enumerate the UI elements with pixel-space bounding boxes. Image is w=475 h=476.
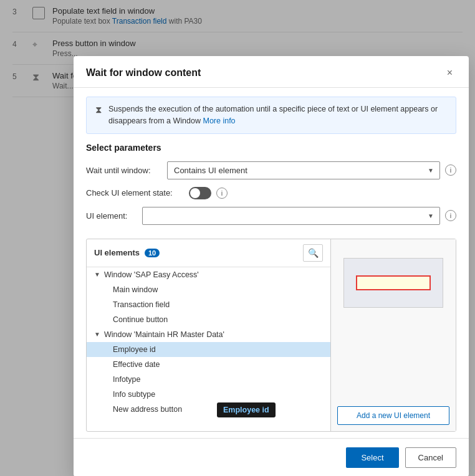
check-state-label: Check UI element state:: [86, 188, 183, 198]
tree-item-transaction-field[interactable]: Transaction field: [87, 297, 330, 312]
tree-item-continue-button[interactable]: Continue button: [87, 312, 330, 327]
search-button[interactable]: 🔍: [303, 244, 323, 262]
tree-header: UI elements 10 🔍: [87, 239, 330, 267]
tree-panel: UI elements 10 🔍 ▼ Window 'SAP Easy Acce…: [87, 239, 331, 431]
tree-content: ▼ Window 'SAP Easy Access' Main window T…: [87, 267, 330, 431]
close-button[interactable]: ×: [443, 66, 456, 80]
ui-elements-label: UI elements: [94, 248, 140, 257]
modal-dialog: Wait for window content × ⧗ Suspends the…: [74, 56, 469, 476]
params-section: Select parameters Wait until window: Con…: [74, 143, 469, 232]
more-info-link[interactable]: More info: [203, 117, 235, 125]
check-state-row: Check UI element state: i: [86, 187, 456, 199]
ui-element-row: UI element: ▼ i: [86, 207, 456, 225]
preview-image: [343, 258, 443, 308]
tree-item-employee-id[interactable]: Employee id: [87, 342, 330, 357]
tree-item-main-window[interactable]: Main window: [87, 282, 330, 297]
check-state-toggle[interactable]: [189, 187, 211, 199]
modal-title: Wait for window content: [86, 67, 201, 79]
wait-until-control: Contains UI element Does not contain UI …: [167, 161, 456, 179]
tree-item-infotype[interactable]: Infotype: [87, 372, 330, 387]
preview-field: [356, 275, 431, 290]
search-icon: 🔍: [308, 248, 319, 258]
ui-element-dropdown-wrapper[interactable]: ▼: [142, 207, 440, 225]
tree-item-new-address-button[interactable]: New address button: [87, 402, 330, 417]
wait-until-info-icon[interactable]: i: [445, 164, 456, 176]
tree-group-maintain-hr-label: Window 'Maintain HR Master Data': [104, 330, 224, 339]
tree-group-maintain-hr-header[interactable]: ▼ Window 'Maintain HR Master Data': [87, 327, 330, 342]
ui-element-info-icon[interactable]: i: [445, 210, 456, 221]
tree-group-sap-easy-access-header[interactable]: ▼ Window 'SAP Easy Access': [87, 267, 330, 282]
info-banner-text: Suspends the execution of the automation…: [108, 103, 447, 127]
ui-element-dropdown[interactable]: [142, 207, 440, 225]
wait-until-row: Wait until window: Contains UI element D…: [86, 161, 456, 179]
cancel-button[interactable]: Cancel: [405, 447, 456, 468]
tree-expand-icon: ▼: [94, 271, 100, 278]
check-state-info-icon[interactable]: i: [216, 188, 228, 199]
tree-group-sap-easy-access: ▼ Window 'SAP Easy Access' Main window T…: [87, 267, 330, 327]
wait-until-label: Wait until window:: [86, 166, 161, 175]
hourglass-icon: ⧗: [95, 104, 102, 115]
modal-header: Wait for window content ×: [74, 56, 469, 88]
wait-until-dropdown-wrapper[interactable]: Contains UI element Does not contain UI …: [167, 161, 440, 179]
params-title: Select parameters: [86, 143, 456, 153]
tree-item-effective-date[interactable]: Effective date: [87, 357, 330, 372]
check-state-control: i: [189, 187, 456, 199]
modal-footer: Select Cancel: [74, 438, 469, 477]
info-banner: ⧗ Suspends the execution of the automati…: [86, 97, 456, 134]
tree-group-sap-easy-access-label: Window 'SAP Easy Access': [104, 270, 199, 279]
ui-elements-container: UI elements 10 🔍 ▼ Window 'SAP Easy Acce…: [86, 239, 456, 432]
ui-element-label: UI element:: [86, 211, 136, 221]
add-element-button[interactable]: Add a new UI element: [337, 406, 449, 425]
tree-item-info-subtype[interactable]: Info subtype: [87, 387, 330, 402]
preview-panel: Add a new UI element: [331, 239, 456, 431]
tree-group-maintain-hr: ▼ Window 'Maintain HR Master Data' Emplo…: [87, 327, 330, 417]
ui-elements-badge: 10: [145, 249, 160, 257]
ui-element-control: ▼ i: [142, 207, 456, 225]
wait-until-dropdown[interactable]: Contains UI element Does not contain UI …: [167, 161, 440, 179]
tree-expand-icon-2: ▼: [94, 331, 100, 338]
select-button[interactable]: Select: [346, 447, 398, 468]
